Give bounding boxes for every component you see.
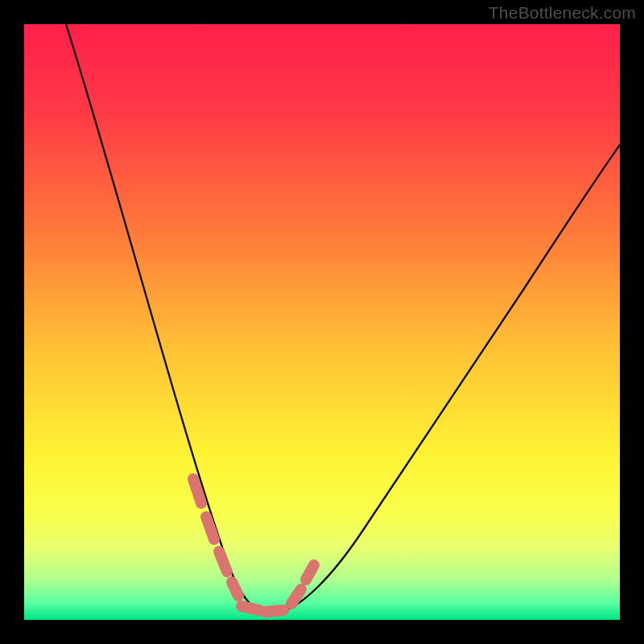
overlay-right-2 xyxy=(306,565,314,580)
chart-svg xyxy=(24,24,620,620)
overlay-bottom-1 xyxy=(242,606,259,610)
overlay-left-4 xyxy=(232,582,238,596)
plot-area xyxy=(24,24,620,620)
overlay-right-1 xyxy=(291,589,301,604)
overlay-bottom-2 xyxy=(266,610,283,612)
gradient-background xyxy=(24,24,620,620)
overlay-left-1 xyxy=(193,479,201,503)
watermark-text: TheBottleneck.com xyxy=(489,3,636,23)
outer-frame: TheBottleneck.com xyxy=(0,0,644,644)
overlay-left-2 xyxy=(206,517,214,539)
overlay-left-3 xyxy=(219,551,227,572)
